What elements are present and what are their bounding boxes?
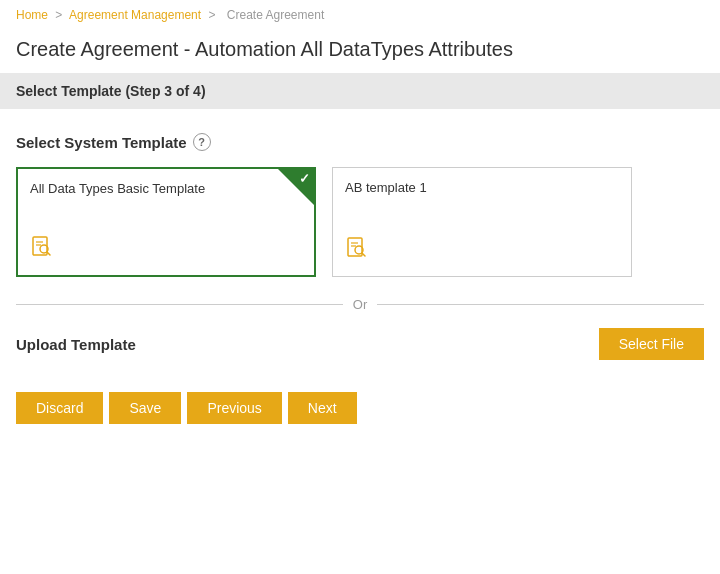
discard-button[interactable]: Discard	[16, 392, 103, 424]
previous-button[interactable]: Previous	[187, 392, 281, 424]
divider-line-left	[16, 304, 343, 305]
template-card-1-title: All Data Types Basic Template	[30, 181, 302, 196]
select-file-button[interactable]: Select File	[599, 328, 704, 360]
next-button[interactable]: Next	[288, 392, 357, 424]
breadcrumb-sep1: >	[55, 8, 62, 22]
divider-row: Or	[16, 297, 704, 312]
breadcrumb: Home > Agreement Management > Create Agr…	[0, 0, 720, 30]
main-content: Select System Template ? All Data Types …	[0, 109, 720, 440]
help-icon[interactable]: ?	[193, 133, 211, 151]
breadcrumb-create-agreement: Create Agreement	[227, 8, 324, 22]
template-card-2-icon	[345, 235, 619, 264]
templates-row: All Data Types Basic Template AB templat…	[16, 167, 704, 277]
page-title: Create Agreement - Automation All DataTy…	[0, 30, 720, 73]
upload-template-label: Upload Template	[16, 336, 136, 353]
upload-section: Upload Template Select File	[16, 328, 704, 360]
divider-line-right	[377, 304, 704, 305]
save-button[interactable]: Save	[109, 392, 181, 424]
section-label: Select System Template ?	[16, 133, 704, 151]
selected-checkmark	[278, 169, 314, 205]
action-buttons: Discard Save Previous Next	[16, 384, 704, 424]
template-card-1[interactable]: All Data Types Basic Template	[16, 167, 316, 277]
select-system-template-label: Select System Template	[16, 134, 187, 151]
template-card-2-title: AB template 1	[345, 180, 619, 195]
breadcrumb-agreement-management[interactable]: Agreement Management	[69, 8, 201, 22]
breadcrumb-sep2: >	[208, 8, 215, 22]
template-card-2[interactable]: AB template 1	[332, 167, 632, 277]
divider-text: Or	[353, 297, 367, 312]
breadcrumb-home[interactable]: Home	[16, 8, 48, 22]
template-card-1-icon	[30, 234, 302, 263]
step-header: Select Template (Step 3 of 4)	[0, 73, 720, 109]
